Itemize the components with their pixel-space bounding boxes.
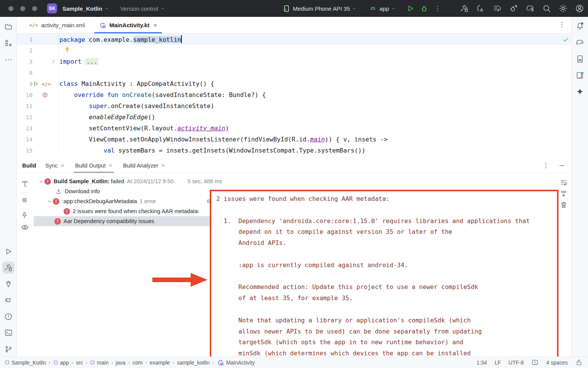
inspections-icon[interactable]	[531, 359, 539, 366]
minimize-window-button[interactable]	[20, 6, 25, 11]
code-editor[interactable]: 1package com.example.sample_kotlin23impo…	[17, 34, 571, 158]
tool-stripe-build[interactable]	[2, 261, 15, 274]
code-line-3[interactable]: 3import ...	[17, 56, 571, 67]
account-icon[interactable]	[575, 4, 584, 13]
breadcrumb-item-src[interactable]: src	[76, 360, 83, 366]
code-line-1[interactable]: 1package com.example.sample_kotlin	[17, 34, 571, 45]
tool-stripe-resource-manager[interactable]	[2, 37, 15, 49]
settings-icon[interactable]	[559, 4, 568, 13]
build-tab-Build Output[interactable]: Build Output✕	[70, 158, 118, 173]
status-widget-4-spaces[interactable]: 4 spaces	[546, 360, 568, 366]
lock-open-icon[interactable]	[575, 359, 583, 366]
fold-icon[interactable]	[51, 59, 56, 64]
close-tab-icon[interactable]: ✕	[61, 163, 65, 168]
refactor-icon[interactable]: A	[476, 4, 485, 13]
version-control-menu[interactable]: Version control	[120, 5, 165, 12]
layout-file-icon[interactable]: </>	[42, 80, 51, 87]
close-tab-icon[interactable]: ✕	[161, 163, 165, 168]
close-window-button[interactable]	[8, 6, 13, 11]
project-selector[interactable]: Sample_Kotlin	[62, 5, 109, 12]
profiler-icon[interactable]	[509, 4, 518, 13]
code-line-8[interactable]: 8	[17, 67, 571, 78]
device-selector-label: Medium Phone API 35	[293, 5, 350, 12]
pin-icon[interactable]	[21, 212, 28, 219]
breadcrumb-item-com[interactable]: com	[132, 360, 142, 366]
run-gutter-icon[interactable]	[33, 80, 39, 87]
preview-icon[interactable]	[21, 223, 29, 232]
restore-icon[interactable]	[493, 4, 502, 13]
code-line-9[interactable]: 9</>class MainActivity : AppCompatActivi…	[17, 78, 571, 89]
hide-tool-window-icon[interactable]	[558, 162, 566, 169]
clear-all-icon[interactable]	[560, 201, 568, 209]
chevron-down-icon[interactable]	[38, 179, 44, 184]
soft-wrap-icon[interactable]	[560, 179, 568, 187]
search-icon[interactable]	[542, 4, 551, 13]
window-controls[interactable]	[8, 6, 37, 11]
tool-stripe-more-tool-windows[interactable]	[2, 54, 15, 66]
run-config-label: app	[379, 5, 389, 12]
code-line-15[interactable]: 15 val systemBars = insets.getInsets(Win…	[17, 145, 571, 156]
inspection-ok-icon[interactable]	[562, 36, 569, 43]
editor-tab-MainActivity.kt[interactable]: MainActivity.kt✕	[92, 17, 164, 33]
line-number: 1	[17, 36, 33, 43]
tab-options-icon[interactable]	[558, 21, 566, 28]
intention-bulb-icon[interactable]	[64, 46, 70, 54]
code-line-12[interactable]: 12 enableEdgeToEdge()	[17, 112, 571, 123]
tool-stripe-whats-new[interactable]	[574, 85, 586, 98]
build-tab-Build Analyzer[interactable]: Build Analyzer✕	[118, 158, 171, 173]
build-tree-row[interactable]: !:app:checkDebugAarMetadata1 error66 ms	[34, 196, 225, 206]
breadcrumb-item-app[interactable]: app	[53, 360, 69, 366]
breadcrumb-item-Sample_Kotlin[interactable]: Sample_Kotlin	[5, 360, 46, 366]
code-line-11[interactable]: 11 super.onCreate(savedInstanceState)	[17, 100, 571, 112]
tool-stripe-logcat[interactable]	[2, 294, 15, 307]
tool-stripe-problems[interactable]	[2, 310, 15, 323]
breadcrumb[interactable]: Sample_Kotlin›app›src›main›java›com›exam…	[5, 359, 255, 366]
code-line-2[interactable]: 2	[17, 45, 571, 56]
code-line-10[interactable]: 10 override fun onCreate(savedInstanceSt…	[17, 89, 571, 100]
tool-stripe-gemini[interactable]	[2, 278, 15, 290]
breadcrumb-item-java[interactable]: java	[116, 360, 126, 366]
build-tree-row[interactable]: Download info	[34, 186, 225, 196]
maximize-window-button[interactable]	[32, 6, 37, 11]
build-tree-row[interactable]: !Aar Dependency compatibility issues	[34, 216, 225, 226]
tool-stripe-terminal[interactable]	[2, 327, 15, 339]
debug-button[interactable]	[420, 4, 428, 13]
build-tab-Sync[interactable]: Sync✕	[40, 158, 70, 173]
code-line-13[interactable]: 13 setContentView(R.layout.activity_main…	[17, 123, 571, 134]
tool-stripe-notifications[interactable]	[574, 20, 586, 32]
build-icon[interactable]	[460, 4, 469, 13]
tool-stripe-gradle[interactable]	[574, 36, 586, 49]
breadcrumb-item-sample_kotlin[interactable]: sample_kotlin	[177, 360, 210, 366]
tool-stripe-run[interactable]	[2, 245, 15, 258]
build-tree-row[interactable]: !Build Sample_Kotlin: failedAt 2024/11/1…	[34, 176, 225, 186]
annotation-arrow	[152, 272, 208, 288]
breadcrumb-item-example[interactable]: example	[150, 360, 170, 366]
gradle-sync-icon[interactable]	[526, 4, 535, 13]
tool-stripe-project-folder[interactable]	[2, 21, 15, 33]
close-tab-icon[interactable]: ✕	[109, 163, 113, 168]
build-options-icon[interactable]	[542, 162, 550, 169]
status-widget-1-34[interactable]: 1:34	[477, 360, 487, 366]
run-configuration-selector[interactable]: app	[369, 4, 395, 13]
scroll-to-end-icon[interactable]	[560, 190, 568, 198]
run-button[interactable]	[406, 4, 415, 13]
breadcrumb-item-MainActivity[interactable]: MainActivity	[217, 359, 255, 366]
build-console-output[interactable]: 2 issues were found when checking AAR me…	[211, 191, 557, 368]
device-selector[interactable]: Medium Phone API 35	[283, 5, 356, 13]
build-tree-row[interactable]: !2 issues were found when checking AAR m…	[34, 206, 225, 216]
code-line-14[interactable]: 14 ViewCompat.setOnApplyWindowInsetsList…	[17, 134, 571, 145]
status-widget-utf-8[interactable]: UTF-8	[508, 360, 524, 366]
code-text: val systemBars = insets.getInsets(Window…	[59, 147, 366, 154]
close-tab-icon[interactable]: ✕	[153, 23, 157, 28]
override-method-icon[interactable]	[42, 92, 48, 98]
chevron-down-icon[interactable]	[46, 199, 53, 204]
status-widget-lf[interactable]: LF	[495, 360, 501, 366]
editor-tab-activity_main.xml[interactable]: </>activity_main.xml	[22, 17, 92, 33]
tool-stripe-running-devices[interactable]	[574, 69, 586, 81]
tool-stripe-version-control[interactable]	[2, 343, 15, 355]
more-actions-icon[interactable]	[434, 5, 441, 12]
tool-stripe-device-manager[interactable]	[574, 53, 586, 65]
build-tasks-icon[interactable]	[21, 180, 29, 189]
stop-icon[interactable]	[21, 196, 28, 204]
breadcrumb-item-main[interactable]: main	[90, 360, 108, 366]
